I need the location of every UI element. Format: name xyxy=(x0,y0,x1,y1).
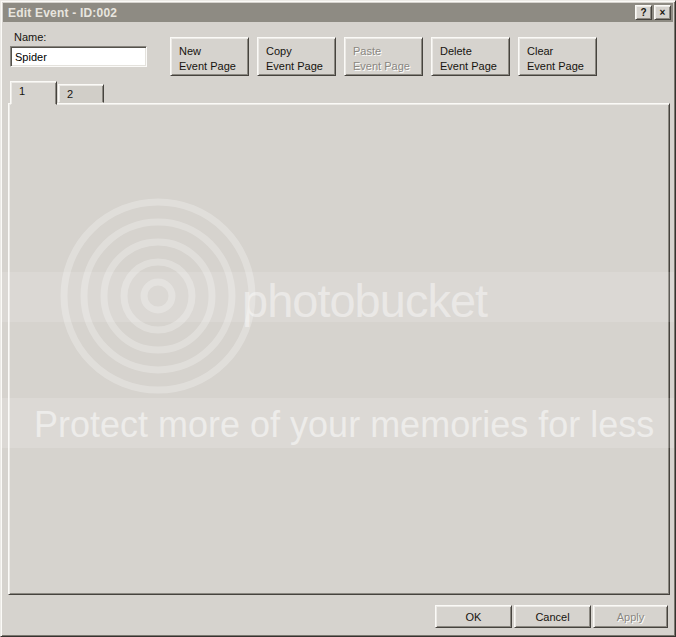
help-button[interactable]: ? xyxy=(635,5,652,20)
copy-event-page-button[interactable]: CopyEvent Page xyxy=(257,37,336,76)
delete-event-page-button[interactable]: DeleteEvent Page xyxy=(431,37,510,76)
tab-page-2[interactable]: 2 xyxy=(58,84,104,103)
new-event-page-button[interactable]: NewEvent Page xyxy=(170,37,249,76)
page-panel xyxy=(8,103,670,595)
close-button[interactable]: × xyxy=(654,5,671,20)
apply-button[interactable]: Apply xyxy=(593,605,668,628)
title-bar[interactable]: Edit Event - ID:002 ? × xyxy=(3,3,673,22)
window-title: Edit Event - ID:002 xyxy=(3,6,117,20)
tab-page-1[interactable]: 1 xyxy=(10,81,57,105)
event-name-input[interactable] xyxy=(10,46,147,67)
name-label: Name: xyxy=(14,31,46,43)
paste-event-page-button[interactable]: PasteEvent Page xyxy=(344,37,423,76)
edit-event-dialog: Edit Event - ID:002 ? × Name: NewEvent P… xyxy=(0,0,676,637)
ok-button[interactable]: OK xyxy=(435,605,512,628)
clear-event-page-button[interactable]: ClearEvent Page xyxy=(518,37,597,76)
cancel-button[interactable]: Cancel xyxy=(514,605,591,628)
